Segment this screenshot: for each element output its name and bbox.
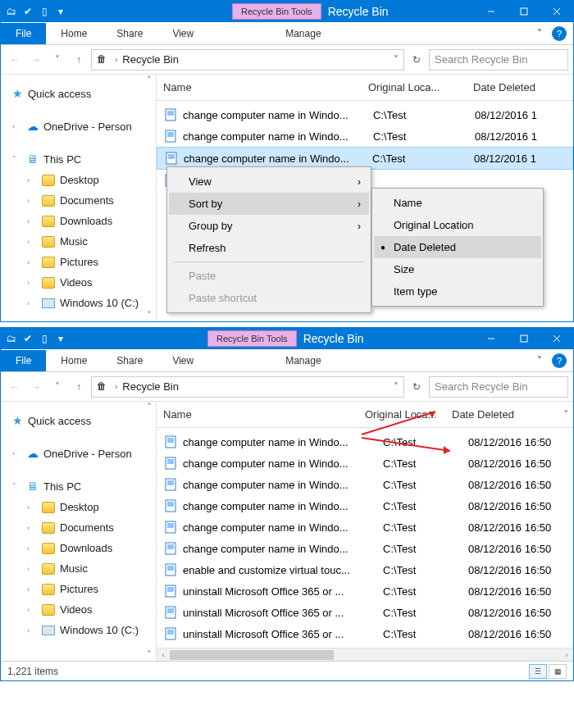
breadcrumb-recycle-bin[interactable]: Recycle Bin [122, 380, 179, 393]
column-header-date-deleted[interactable]: Date Deleted [473, 81, 573, 93]
maximize-button[interactable] [508, 328, 540, 349]
ribbon-tab-file[interactable]: File [1, 350, 46, 371]
sidebar-item[interactable]: ›Desktop [4, 170, 156, 190]
chevron-right-icon[interactable]: › [12, 449, 22, 457]
scrollbar-thumb[interactable] [170, 650, 334, 660]
ribbon-tab-home[interactable]: Home [46, 350, 102, 371]
qat-dropdown-icon[interactable]: ▾ [53, 331, 68, 346]
ctx-sort-by[interactable]: Sort by› [169, 193, 369, 215]
file-row[interactable]: change computer name in Windo...C:\Test0… [157, 538, 573, 559]
sidebar-onedrive[interactable]: › ☁ OneDrive - Person [4, 443, 156, 464]
sidebar-item[interactable]: ›Downloads [4, 211, 156, 231]
sidebar-item[interactable]: ›Pictures [4, 579, 156, 599]
forward-button[interactable]: → [27, 51, 45, 69]
sort-original-location[interactable]: Original Location [374, 214, 541, 236]
chevron-right-icon[interactable]: › [27, 258, 37, 266]
address-bar[interactable]: 🗑 › Recycle Bin ˅ [91, 376, 404, 398]
close-button[interactable] [540, 1, 573, 22]
chevron-right-icon[interactable]: › [27, 606, 37, 614]
column-header-name[interactable]: Name [163, 81, 368, 93]
maximize-button[interactable] [508, 1, 540, 22]
ribbon-tab-manage[interactable]: Manage [271, 23, 335, 44]
sidebar-item[interactable]: ›Pictures [4, 252, 156, 272]
sidebar-item[interactable]: ›Desktop [4, 497, 156, 517]
scroll-up-icon[interactable]: ˄ [147, 402, 152, 413]
history-dropdown[interactable]: ˅ [48, 51, 66, 69]
close-button[interactable] [540, 328, 573, 349]
sidebar-quick-access[interactable]: ★ Quick access [4, 410, 156, 431]
sidebar-item[interactable]: ›Videos [4, 599, 156, 620]
minimize-button[interactable] [475, 1, 508, 22]
view-details-button[interactable]: ☰ [529, 664, 547, 679]
search-input[interactable]: Search Recycle Bin [429, 49, 568, 71]
sidebar-item[interactable]: ›Documents [4, 517, 156, 538]
forward-button[interactable]: → [27, 378, 45, 396]
properties-icon[interactable]: ✔ [20, 4, 35, 19]
chevron-right-icon[interactable]: › [115, 55, 117, 64]
refresh-button[interactable]: ↻ [408, 381, 426, 393]
minimize-button[interactable] [475, 328, 508, 349]
chevron-right-icon[interactable]: › [27, 299, 37, 307]
up-button[interactable]: ↑ [70, 51, 88, 69]
file-row[interactable]: change computer name in Windo...C:\Test0… [157, 516, 573, 538]
view-icons-button[interactable]: ▦ [549, 664, 567, 679]
file-row[interactable]: change computer name in Windo...C:\Test0… [157, 453, 573, 474]
column-header-date-deleted[interactable]: Date Deleted [452, 408, 558, 421]
new-folder-icon[interactable]: ▯ [37, 331, 52, 346]
ctx-view[interactable]: View› [169, 171, 369, 193]
chevron-right-icon[interactable]: › [27, 197, 37, 205]
search-input[interactable]: Search Recycle Bin [429, 376, 568, 398]
ctx-group-by[interactable]: Group by› [169, 215, 369, 237]
sidebar-onedrive[interactable]: › ☁ OneDrive - Person [4, 116, 156, 137]
refresh-button[interactable]: ↻ [408, 54, 426, 66]
sidebar-drive-c[interactable]: › Windows 10 (C:) [4, 293, 156, 313]
ribbon-tab-view[interactable]: View [157, 23, 208, 44]
chevron-right-icon[interactable]: › [27, 217, 37, 225]
properties-icon[interactable]: ✔ [20, 331, 35, 346]
sidebar-item[interactable]: ›Music [4, 231, 156, 252]
address-dropdown-icon[interactable]: ˅ [394, 381, 399, 393]
chevron-right-icon[interactable]: › [27, 524, 37, 532]
scroll-up-icon[interactable]: ˄ [147, 75, 152, 86]
sort-item-type[interactable]: Item type [374, 280, 541, 303]
sidebar-item[interactable]: ›Music [4, 558, 156, 579]
ctx-refresh[interactable]: Refresh [169, 237, 369, 259]
ribbon-tab-share[interactable]: Share [102, 350, 157, 371]
chevron-down-icon[interactable]: ˅ [12, 155, 22, 163]
sidebar-scrollbar[interactable]: ˄ ˅ [143, 75, 156, 321]
back-button[interactable]: ← [6, 51, 24, 69]
chevron-right-icon[interactable]: › [27, 279, 37, 287]
address-bar[interactable]: 🗑 › Recycle Bin ˅ [91, 49, 404, 71]
scroll-down-icon[interactable]: ˅ [147, 310, 152, 321]
file-row[interactable]: change computer name in Windo...C:\Test0… [157, 474, 573, 495]
address-dropdown-icon[interactable]: ˅ [394, 54, 399, 66]
new-folder-icon[interactable]: ▯ [37, 4, 52, 19]
sidebar-item[interactable]: ›Documents [4, 190, 156, 211]
chevron-right-icon[interactable]: › [27, 585, 37, 594]
horizontal-scrollbar[interactable]: ‹ › [157, 648, 573, 661]
file-row[interactable]: change computer name in Windo...C:\Test0… [157, 495, 573, 516]
breadcrumb-recycle-bin[interactable]: Recycle Bin [122, 53, 179, 66]
sidebar-this-pc[interactable]: ˅ 🖥 This PC [4, 148, 156, 170]
ribbon-tab-share[interactable]: Share [102, 23, 157, 44]
help-icon[interactable]: ? [552, 26, 567, 41]
chevron-right-icon[interactable]: › [27, 176, 37, 184]
file-row[interactable]: change computer name in Windo...C:\Test0… [157, 431, 573, 453]
sidebar-scrollbar[interactable]: ˄ ˅ [143, 402, 156, 661]
chevron-right-icon[interactable]: › [27, 238, 37, 246]
ribbon-collapse-icon[interactable]: ˅ [531, 28, 549, 39]
ribbon-collapse-icon[interactable]: ˅ [531, 355, 549, 366]
column-header-original-location[interactable]: Original Loca... [368, 81, 473, 93]
history-dropdown[interactable]: ˅ [48, 378, 66, 396]
chevron-down-icon[interactable]: ˅ [12, 482, 22, 490]
sidebar-item[interactable]: ›Downloads [4, 538, 156, 558]
file-row[interactable]: uninstall Microsoft Office 365 or ...C:\… [157, 602, 573, 623]
sidebar-drive-c[interactable]: › Windows 10 (C:) [4, 620, 156, 640]
ribbon-tab-manage[interactable]: Manage [271, 350, 335, 371]
sidebar-item[interactable]: ›Videos [4, 272, 156, 293]
chevron-right-icon[interactable]: › [12, 122, 22, 130]
scroll-down-icon[interactable]: ˅ [147, 649, 152, 661]
up-button[interactable]: ↑ [70, 378, 88, 396]
column-header-original-location[interactable]: Original Loca... [365, 408, 452, 421]
sort-name[interactable]: Name [374, 192, 541, 214]
